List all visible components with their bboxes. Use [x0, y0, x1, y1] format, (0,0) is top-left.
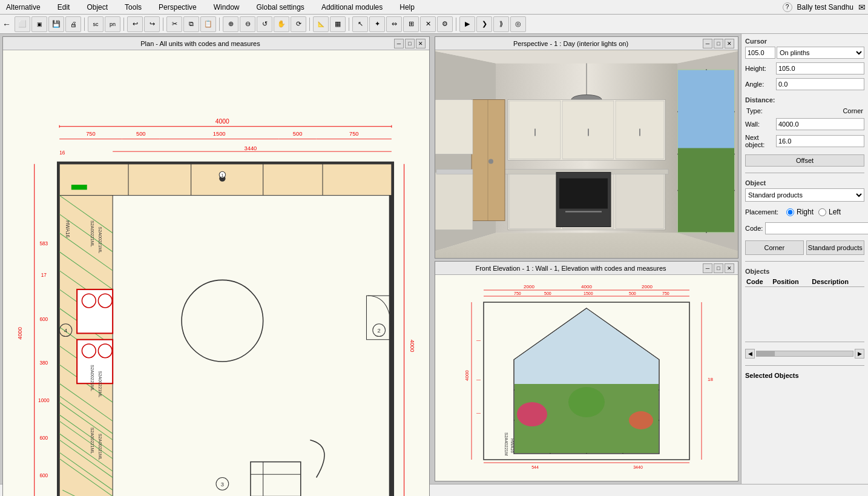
scroll-left-arrow[interactable]: ◀: [745, 349, 755, 359]
menu-tools[interactable]: Tools: [121, 2, 145, 13]
tool-more4[interactable]: ◎: [510, 16, 526, 32]
svg-text:3440: 3440: [633, 465, 643, 469]
cursor-value-input[interactable]: [745, 47, 775, 59]
corner-button[interactable]: Corner: [745, 240, 804, 255]
elevation-maximize[interactable]: □: [714, 263, 723, 273]
scroll-thumb[interactable]: [757, 351, 775, 356]
svg-text:2000: 2000: [524, 284, 534, 289]
svg-text:600: 600: [39, 435, 48, 441]
menu-window[interactable]: Window: [210, 2, 243, 13]
placement-left-radio[interactable]: [818, 208, 826, 216]
elevation-controls: ─ □ ✕: [703, 263, 734, 273]
menu-perspective[interactable]: Perspective: [155, 2, 200, 13]
placement-right-label[interactable]: Right: [786, 208, 814, 216]
tool-zoom-in[interactable]: ⊕: [223, 16, 238, 32]
tool-mirror[interactable]: ⇔: [386, 16, 402, 32]
tool-arrow[interactable]: ↖: [352, 16, 368, 32]
tool-rotate[interactable]: ⟳: [291, 16, 306, 32]
tool-zoom-out[interactable]: ⊖: [240, 16, 255, 32]
height-row: Height:: [745, 62, 864, 74]
plan-maximize[interactable]: □: [405, 39, 415, 48]
help-icon[interactable]: ?: [783, 2, 792, 12]
tool-pn[interactable]: pn: [105, 16, 120, 32]
plan-canvas[interactable]: HWA16 S2A00221ML S2A00221ML S2A00221ML S…: [3, 50, 429, 496]
perspective-minimize[interactable]: ─: [703, 39, 712, 48]
messages-icon[interactable]: ✉: [858, 2, 866, 12]
scroll-track[interactable]: [756, 351, 853, 357]
menu-object[interactable]: Object: [83, 2, 111, 13]
placement-left-label[interactable]: Left: [818, 208, 841, 216]
perspective-close[interactable]: ✕: [725, 39, 734, 48]
tool-cut[interactable]: ✂: [166, 16, 182, 32]
tool-redo[interactable]: ↪: [144, 16, 160, 32]
placement-right-text: Right: [797, 208, 814, 216]
right-panel: Cursor On plinths On floor Wall height H…: [741, 34, 868, 484]
tool-copy[interactable]: ⧉: [183, 16, 199, 32]
svg-rect-1: [59, 164, 392, 196]
object-type-dropdown[interactable]: Standard products Corner Custom: [745, 188, 864, 202]
offset-button[interactable]: Offset: [745, 154, 864, 167]
svg-text:16: 16: [59, 150, 65, 156]
tool-settings[interactable]: ⚙: [437, 16, 453, 32]
plan-window: Plan - All units with codes and measures…: [2, 36, 430, 496]
plan-minimize[interactable]: ─: [394, 39, 404, 48]
svg-text:750: 750: [349, 131, 359, 137]
tool-move[interactable]: ✦: [369, 16, 385, 32]
action-buttons: Corner Standard products: [745, 240, 864, 255]
tool-print[interactable]: 🖨: [65, 16, 81, 32]
menu-additional-modules[interactable]: Additional modules: [318, 2, 386, 13]
standard-products-button[interactable]: Standard products: [806, 240, 865, 255]
menu-alternative[interactable]: Alternative: [2, 2, 44, 13]
perspective-maximize[interactable]: □: [714, 39, 723, 48]
menubar: Alternative Edit Object Tools Perspectiv…: [0, 0, 868, 15]
svg-rect-91: [71, 185, 87, 190]
angle-input[interactable]: [776, 78, 864, 90]
tool-sc[interactable]: sc: [88, 16, 104, 32]
scrollbar-row[interactable]: ◀ ▶: [745, 348, 864, 359]
wall-row: Wall:: [745, 118, 864, 130]
selected-objects-label: Selected Objects: [745, 372, 864, 379]
tool-pan[interactable]: ✋: [274, 16, 289, 32]
tool-more3[interactable]: ⟫: [493, 16, 509, 32]
col-code: Code: [745, 277, 771, 287]
table-row: [745, 326, 864, 336]
tool-grid[interactable]: ▦: [330, 16, 346, 32]
tool-zoom-reset[interactable]: ↺: [257, 16, 272, 32]
tool-undo[interactable]: ↩: [127, 16, 143, 32]
back-button[interactable]: ←: [2, 19, 11, 29]
tool-more1[interactable]: ▶: [459, 16, 475, 32]
tool-box[interactable]: ▣: [31, 16, 47, 32]
cursor-title: Cursor: [745, 38, 864, 45]
svg-text:500: 500: [544, 291, 551, 296]
tool-more2[interactable]: ❯: [476, 16, 492, 32]
tool-select[interactable]: ⬜: [15, 16, 30, 32]
perspective-canvas[interactable]: [435, 50, 738, 258]
placement-left-text: Left: [829, 208, 841, 216]
plan-close[interactable]: ✕: [416, 39, 426, 48]
wall-input[interactable]: [776, 118, 864, 130]
toolbar-sep-7: [456, 18, 456, 31]
menu-help[interactable]: Help: [396, 2, 418, 13]
menu-edit[interactable]: Edit: [54, 2, 74, 13]
scroll-right-arrow[interactable]: ▶: [855, 349, 864, 359]
svg-text:HWA16: HWA16: [510, 438, 515, 453]
placement-right-radio[interactable]: [786, 208, 794, 216]
tool-save[interactable]: 💾: [48, 16, 64, 32]
height-input[interactable]: [776, 62, 864, 74]
tool-paste[interactable]: 📋: [200, 16, 216, 32]
divider-1: [745, 173, 864, 173]
tool-delete[interactable]: ✕: [420, 16, 436, 32]
elevation-minimize[interactable]: ─: [703, 263, 712, 273]
elevation-close[interactable]: ✕: [725, 263, 734, 273]
svg-text:4000: 4000: [17, 327, 23, 340]
tool-align[interactable]: ⊞: [403, 16, 419, 32]
toolbar-sep-6: [349, 18, 349, 31]
plan-controls: ─ □ ✕: [394, 39, 426, 48]
elevation-canvas[interactable]: 2000 4000 2000 750 500 1500 500 750: [435, 275, 738, 481]
next-object-input[interactable]: [776, 135, 864, 147]
cursor-dropdown[interactable]: On plinths On floor Wall height: [777, 47, 864, 59]
svg-text:—: —: [476, 377, 481, 382]
tool-measure[interactable]: 📐: [313, 16, 329, 32]
code-input[interactable]: [765, 222, 868, 234]
menu-global-settings[interactable]: Global settings: [252, 2, 307, 13]
